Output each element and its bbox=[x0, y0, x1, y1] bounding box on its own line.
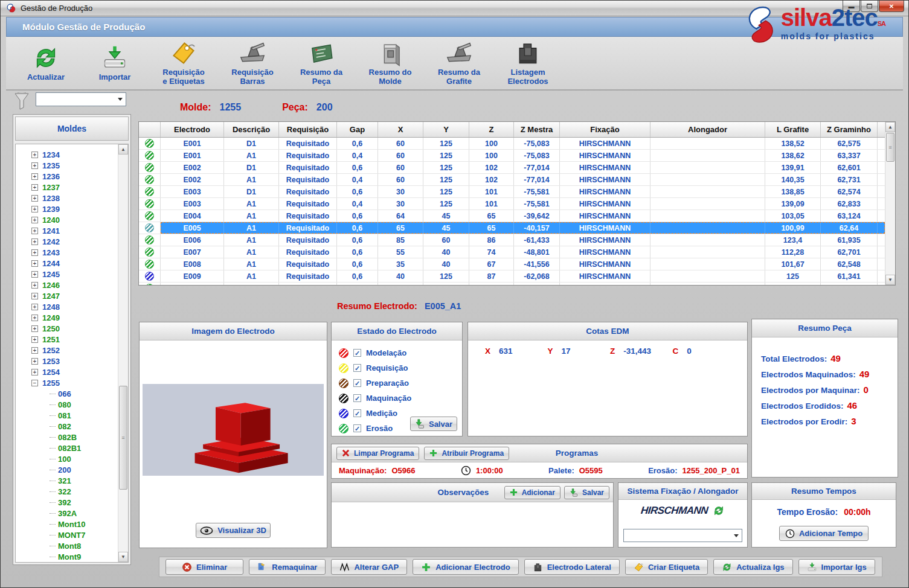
table-header-status[interactable] bbox=[139, 122, 161, 137]
tree-item-080[interactable]: 080 bbox=[31, 399, 115, 410]
expand-icon[interactable]: + bbox=[31, 217, 38, 223]
table-header-alongador[interactable]: Alongador bbox=[650, 122, 765, 137]
expand-icon[interactable]: + bbox=[31, 271, 38, 278]
electrodo-lateral-button[interactable]: Electrodo Lateral bbox=[524, 559, 620, 575]
table-header-z-mestra[interactable]: Z Mestra bbox=[514, 122, 560, 137]
tree-item-1254[interactable]: +1254 bbox=[31, 366, 115, 377]
tree-item-MONT7[interactable]: MONT7 bbox=[31, 529, 115, 540]
tree-item-082B[interactable]: 082B bbox=[31, 432, 115, 443]
table-scrollbar[interactable]: ▲ ≡ ▼ bbox=[885, 122, 895, 285]
expand-icon[interactable]: + bbox=[31, 304, 38, 310]
tree-item-1251[interactable]: +1251 bbox=[31, 334, 115, 345]
tree-item-1247[interactable]: +1247 bbox=[31, 290, 115, 301]
tree-item-200[interactable]: 200 bbox=[31, 464, 115, 475]
expand-icon[interactable]: + bbox=[31, 369, 38, 375]
table-row-E005[interactable]: E005A1Requisitado0,6654565-40,157HIRSCHM… bbox=[139, 222, 885, 234]
toolbar-item-resumo-do-molde[interactable]: Resumo doMolde bbox=[359, 39, 422, 88]
observacoes-adicionar-button[interactable]: Adicionar bbox=[504, 486, 560, 499]
tree-item-1244[interactable]: +1244 bbox=[31, 258, 115, 269]
table-row-partial[interactable] bbox=[139, 283, 885, 285]
toolbar-item-requisi-o-barras[interactable]: RequisiçãoBarras bbox=[221, 39, 284, 88]
expand-icon[interactable]: + bbox=[31, 282, 38, 289]
expand-icon[interactable]: + bbox=[31, 173, 38, 180]
table-header-l-grafite[interactable]: L Grafite bbox=[765, 122, 821, 137]
table-scrollbar-thumb[interactable]: ≡ bbox=[886, 133, 895, 162]
table-row-E002[interactable]: E002A1Requisitado0,460125102-77,014HIRSC… bbox=[139, 174, 885, 186]
expand-icon[interactable]: + bbox=[31, 315, 38, 321]
checkbox[interactable]: ✓ bbox=[353, 409, 361, 417]
table-header-electrodo[interactable]: Electrodo bbox=[161, 122, 224, 137]
toolbar-item-listagem-electrodos[interactable]: ListagemElectrodos bbox=[496, 39, 559, 88]
actualiza-igs-button[interactable]: Actualiza Igs bbox=[713, 559, 792, 575]
criar-etiqueta-button[interactable]: Criar Etiqueta bbox=[625, 559, 708, 575]
tree-scrollbar[interactable]: ▲ ≡ ▼ bbox=[118, 144, 128, 562]
table-row-E008[interactable]: E008A1Requisitado0,6354067-41,556HIRSCHM… bbox=[139, 258, 885, 270]
tree-item-1248[interactable]: +1248 bbox=[31, 301, 115, 312]
tree-item-1237[interactable]: +1237 bbox=[31, 182, 115, 193]
table-header-requisi-o[interactable]: Requisição bbox=[279, 122, 337, 137]
expand-icon[interactable]: + bbox=[31, 293, 38, 299]
table-row-E004[interactable]: E004A1Requisitado0,6644565-39,642HIRSCHM… bbox=[139, 210, 885, 222]
expand-icon[interactable]: + bbox=[31, 260, 38, 267]
table-header-descri-o[interactable]: Descrição bbox=[224, 122, 279, 137]
alterar-gap-button[interactable]: Alterar GAP bbox=[331, 559, 407, 575]
tree-item-392A[interactable]: 392A bbox=[31, 508, 115, 519]
eliminar-button[interactable]: Eliminar bbox=[165, 559, 243, 575]
tree-item-1250[interactable]: +1250 bbox=[31, 323, 115, 334]
table-row-E006[interactable]: E006A1Requisitado0,6856086-61,433HIRSCHM… bbox=[139, 234, 885, 246]
tree-item-Mont9[interactable]: Mont9 bbox=[31, 551, 115, 562]
table-row-E001[interactable]: E001D1Requisitado0,660125100-75,083HIRSC… bbox=[139, 138, 885, 150]
remaquinar-button[interactable]: Remaquinar bbox=[249, 559, 326, 575]
tree-item-1241[interactable]: +1241 bbox=[31, 225, 115, 236]
collapse-icon[interactable]: − bbox=[31, 380, 38, 386]
expand-icon[interactable]: + bbox=[31, 162, 38, 169]
scroll-down-icon[interactable]: ▼ bbox=[118, 552, 128, 562]
tree-item-1253[interactable]: +1253 bbox=[31, 356, 115, 366]
table-row-E002[interactable]: E002D1Requisitado0,660125102-77,014HIRSC… bbox=[139, 162, 885, 174]
toolbar-item-actualizar[interactable]: Actualizar bbox=[14, 39, 77, 88]
limpar-programa-button[interactable]: Limpar Programa bbox=[336, 447, 419, 460]
estado-salvar-button[interactable]: Salvar bbox=[410, 417, 457, 431]
tree-item-322[interactable]: 322 bbox=[31, 486, 115, 497]
atribuir-programa-button[interactable]: Atribuir Programa bbox=[424, 447, 509, 460]
expand-icon[interactable]: + bbox=[31, 336, 38, 343]
tree-item-1249[interactable]: +1249 bbox=[31, 312, 115, 323]
table-header-gap[interactable]: Gap bbox=[337, 122, 378, 137]
scroll-up-icon[interactable]: ▲ bbox=[885, 122, 895, 132]
tree-item-082[interactable]: 082 bbox=[31, 421, 115, 432]
expand-icon[interactable]: + bbox=[31, 195, 38, 202]
tree-item-1255[interactable]: −1255 bbox=[31, 377, 115, 388]
tree-item-Mont8[interactable]: Mont8 bbox=[31, 540, 115, 551]
tree-item-1235[interactable]: +1235 bbox=[31, 160, 115, 171]
filter-combobox[interactable] bbox=[36, 92, 126, 106]
table-row-E003[interactable]: E003A1Requisitado0,430125101-75,581HIRSC… bbox=[139, 198, 885, 210]
tree-item-1242[interactable]: +1242 bbox=[31, 236, 115, 247]
checkbox[interactable]: ✓ bbox=[353, 379, 361, 387]
tree-item-1234[interactable]: +1234 bbox=[31, 149, 115, 160]
toolbar-item-resumo-da-pe-a[interactable]: Resumo daPeça bbox=[290, 39, 353, 88]
tree-item-1252[interactable]: +1252 bbox=[31, 345, 115, 356]
table-row-E007[interactable]: E007A1Requisitado0,6554074-48,801HIRSCHM… bbox=[139, 246, 885, 258]
expand-icon[interactable]: + bbox=[31, 325, 38, 332]
tree-item-1238[interactable]: +1238 bbox=[31, 193, 115, 203]
sistema-combobox[interactable] bbox=[623, 529, 742, 542]
table-header-y[interactable]: Y bbox=[423, 122, 469, 137]
tree-item-Mont10[interactable]: Mont10 bbox=[31, 519, 115, 529]
expand-icon[interactable]: + bbox=[31, 358, 38, 365]
tree-item-1245[interactable]: +1245 bbox=[31, 269, 115, 280]
tree-item-1246[interactable]: +1246 bbox=[31, 280, 115, 290]
visualizar-3d-button[interactable]: Visualizar 3D bbox=[196, 523, 271, 538]
observacoes-textarea[interactable] bbox=[332, 502, 613, 547]
tree-item-082B1[interactable]: 082B1 bbox=[31, 443, 115, 453]
tree-item-392[interactable]: 392 bbox=[31, 497, 115, 508]
expand-icon[interactable]: + bbox=[31, 228, 38, 234]
checkbox[interactable]: ✓ bbox=[353, 349, 361, 357]
expand-icon[interactable]: + bbox=[31, 152, 38, 158]
checkbox[interactable]: ✓ bbox=[353, 424, 361, 432]
tree-item-066[interactable]: 066 bbox=[31, 388, 115, 399]
observacoes-salvar-button[interactable]: Salvar bbox=[564, 486, 609, 499]
table-header-z-graminho[interactable]: Z Graminho bbox=[821, 122, 878, 137]
tree-item-1243[interactable]: +1243 bbox=[31, 247, 115, 258]
toolbar-item-importar[interactable]: Importar bbox=[83, 39, 146, 88]
tree-item-321[interactable]: 321 bbox=[31, 475, 115, 486]
